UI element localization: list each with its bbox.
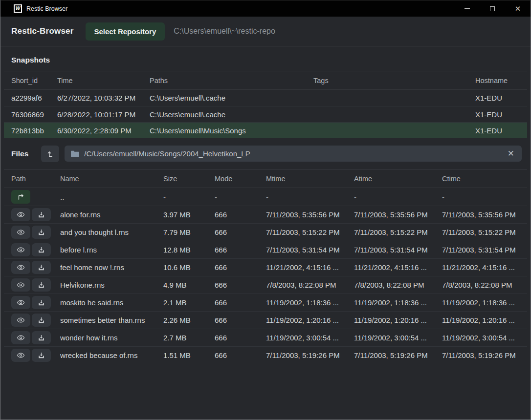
file-mtime: 7/11/2003, 5:35:56 PM [266, 210, 354, 219]
download-file-button[interactable] [32, 243, 51, 256]
snapshots-table: Short_id Time Paths Tags Hostname a2299a… [4, 71, 527, 138]
file-atime: 11/21/2002, 4:15:16 ... [354, 263, 442, 272]
eye-icon [17, 228, 25, 236]
column-time[interactable]: Time [57, 77, 150, 84]
snapshot-row[interactable]: 76306869 6/28/2022, 10:01:17 PM C:\Users… [4, 106, 527, 122]
column-name[interactable]: Name [60, 175, 163, 183]
preview-file-button[interactable] [11, 331, 30, 344]
file-atime: 11/19/2002, 1:20:16 ... [354, 316, 442, 324]
file-ctime: 7/11/2003, 5:35:56 PM [442, 210, 523, 219]
column-path[interactable]: Path [11, 175, 60, 183]
column-hostname[interactable]: Hostname [475, 77, 523, 84]
file-row: alone for.rns 3.97 MB 666 7/11/2003, 5:3… [4, 206, 527, 223]
file-mode: 666 [215, 351, 266, 359]
download-icon [38, 211, 45, 218]
eye-icon [17, 298, 25, 307]
file-mode: 666 [215, 281, 266, 289]
go-to-parent-button[interactable] [11, 190, 30, 204]
minimize-button[interactable] [454, 0, 480, 17]
file-row: Helvikone.rns 4.9 MB 666 7/8/2003, 8:22:… [4, 276, 527, 294]
column-atime[interactable]: Atime [354, 175, 442, 183]
column-paths[interactable]: Paths [150, 77, 313, 84]
eye-icon [17, 351, 25, 359]
file-mode: - [215, 193, 266, 201]
maximize-button[interactable] [480, 0, 505, 17]
snapshots-table-header: Short_id Time Paths Tags Hostname [4, 71, 527, 90]
snapshots-heading: Snapshots [0, 46, 531, 71]
files-heading: Files [11, 149, 28, 158]
close-button[interactable]: ✕ [505, 0, 531, 17]
files-table-header: Path Name Size Mode Mtime Atime Ctime [4, 169, 527, 188]
column-size[interactable]: Size [163, 175, 215, 183]
column-short-id[interactable]: Short_id [11, 77, 57, 84]
preview-file-button[interactable] [11, 226, 30, 239]
current-path-text: /C/Users/emuell/Music/Songs/2004_Helveti… [84, 149, 250, 158]
snapshot-row[interactable]: a2299af6 6/27/2022, 10:03:32 PM C:\Users… [4, 90, 527, 106]
preview-file-button[interactable] [11, 296, 30, 309]
file-mtime: 7/11/2003, 5:31:54 PM [266, 246, 354, 254]
select-repository-button[interactable]: Select Repository [86, 22, 165, 41]
files-table-body: .. - - - - - alone for.rns 3.97 MB 666 7… [4, 188, 527, 364]
title-bar: W Restic Browser ✕ [0, 0, 531, 17]
snapshot-row[interactable]: 72b813bb 6/30/2022, 2:28:09 PM C:\Users\… [4, 122, 527, 138]
download-file-button[interactable] [32, 278, 51, 292]
file-row: before l.rns 12.8 MB 666 7/11/2003, 5:31… [4, 241, 527, 258]
file-size: 2.7 MB [163, 334, 215, 342]
file-mtime: 7/11/2003, 5:15:22 PM [266, 228, 354, 236]
file-mtime: 11/19/2002, 3:00:54 ... [266, 334, 354, 342]
column-mtime[interactable]: Mtime [266, 175, 354, 183]
preview-file-button[interactable] [11, 208, 30, 221]
snapshot-hostname: X1-EDU [475, 110, 523, 119]
file-ctime: 11/19/2002, 1:18:36 ... [442, 298, 523, 307]
download-file-button[interactable] [32, 261, 51, 274]
snapshot-time: 6/30/2022, 2:28:09 PM [57, 126, 150, 135]
file-ctime: 7/11/2003, 5:19:26 PM [442, 351, 523, 359]
download-file-button[interactable] [32, 296, 51, 309]
file-ctime: 7/8/2003, 8:22:08 PM [442, 281, 523, 289]
download-icon [38, 334, 45, 341]
file-name: before l.rns [60, 246, 163, 254]
preview-file-button[interactable] [11, 261, 30, 274]
column-tags[interactable]: Tags [313, 77, 475, 84]
download-icon [38, 229, 45, 236]
download-file-button[interactable] [32, 226, 51, 239]
close-icon: ✕ [515, 5, 521, 12]
eye-icon [17, 210, 25, 219]
preview-file-button[interactable] [11, 314, 30, 327]
file-name: moskito he said.rns [60, 298, 163, 307]
file-size: 1.51 MB [163, 351, 215, 359]
file-name: wonder how it.rns [60, 334, 163, 342]
download-file-button[interactable] [32, 208, 51, 221]
file-mode: 666 [215, 210, 266, 219]
snapshot-paths: C:\Users\emuell\.cache [150, 94, 313, 102]
file-ctime: 11/19/2002, 3:00:54 ... [442, 334, 523, 342]
column-mode[interactable]: Mode [215, 175, 266, 183]
file-mode: 666 [215, 334, 266, 342]
app-window: W Restic Browser ✕ Restic-Browser Select… [0, 0, 531, 420]
file-atime: 7/11/2003, 5:15:22 PM [354, 228, 442, 236]
download-file-button[interactable] [32, 349, 51, 362]
preview-file-button[interactable] [11, 278, 30, 292]
download-icon [38, 316, 45, 324]
download-icon [38, 246, 45, 253]
file-size: 7.79 MB [163, 228, 215, 236]
file-name: sometimes better than.rns [60, 316, 163, 324]
download-file-button[interactable] [32, 331, 51, 344]
snapshot-paths: C:\Users\emuell\Music\Songs [150, 126, 313, 135]
file-atime: 7/8/2003, 8:22:08 PM [354, 281, 442, 289]
eye-icon [17, 246, 25, 254]
eye-icon [17, 316, 25, 324]
file-mtime: 7/8/2003, 8:22:08 PM [266, 281, 354, 289]
snapshot-short-id: 72b813bb [11, 126, 57, 135]
file-name: feel home now !.rns [60, 263, 163, 272]
file-mtime: - [266, 193, 354, 201]
preview-file-button[interactable] [11, 243, 30, 256]
download-icon [38, 264, 45, 271]
file-name: alone for.rns [60, 210, 163, 219]
preview-file-button[interactable] [11, 349, 30, 362]
column-ctime[interactable]: Ctime [442, 175, 523, 183]
download-file-button[interactable] [32, 314, 51, 327]
clear-path-button[interactable]: ✕ [507, 148, 515, 159]
current-path-bar[interactable]: /C/Users/emuell/Music/Songs/2004_Helveti… [65, 146, 522, 162]
go-to-root-button[interactable] [41, 146, 59, 162]
